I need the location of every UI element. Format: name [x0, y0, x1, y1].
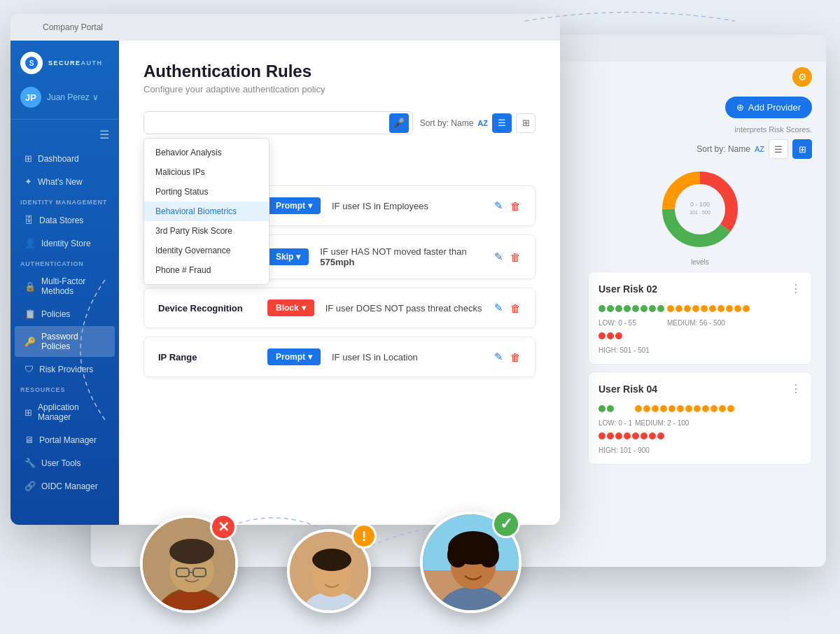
dashboard-icon: ⊞: [24, 153, 32, 164]
rule-actions-2: ✎ 🗑: [494, 302, 521, 314]
identity-section-label: IDENTITY MANAGEMENT: [10, 193, 119, 209]
risk-card-2-menu[interactable]: ⋮: [790, 382, 802, 395]
oidc-label: OIDC Manager: [41, 481, 98, 491]
grid-view-btn[interactable]: ⊞: [516, 113, 536, 133]
risk-card-1-title: User Risk 02: [598, 283, 657, 295]
sidebar-item-whats-new[interactable]: ✦ What's New: [15, 171, 115, 192]
sidebar-item-dashboard[interactable]: ⊞ Dashboard: [15, 148, 115, 169]
sidebar-item-password-policies[interactable]: 🔑 Password Policies: [15, 326, 115, 357]
app-manager-icon: ⊞: [24, 407, 32, 418]
add-provider-button[interactable]: ⊕ Add Provider: [725, 97, 812, 118]
rule-condition-3: IF user IS in Location: [332, 352, 483, 362]
rule-actions-1: ✎ 🗑: [494, 251, 521, 263]
sidebar-item-mfa[interactable]: 🔒 Multi-Factor Methods: [15, 271, 115, 302]
back-sort-text: Sort by: Name: [696, 144, 750, 154]
dashboard-label: Dashboard: [38, 154, 79, 164]
dropdown-item-3[interactable]: Behavioral Biometrics: [144, 202, 269, 221]
avatar-initials: JP: [25, 92, 36, 103]
dropdown-item-6[interactable]: Phone # Fraud: [144, 260, 269, 280]
policies-icon: 📋: [24, 309, 36, 319]
rule-action-btn-3[interactable]: Prompt ▾: [267, 348, 321, 365]
rule-row-2: Device Recognition Block ▾ IF user DOES …: [144, 288, 536, 328]
svg-text:0 - 100: 0 - 100: [690, 201, 710, 208]
sidebar-item-user-tools[interactable]: 🔧 User Tools: [15, 452, 115, 474]
sidebar-item-identity-store[interactable]: 👤 Identity Store: [15, 232, 115, 254]
identity-store-label: Identity Store: [41, 239, 91, 248]
edit-btn-2[interactable]: ✎: [494, 302, 503, 314]
sidebar-item-data-stores[interactable]: 🗄 Data Stores: [15, 209, 115, 231]
whats-new-label: What's New: [38, 177, 83, 187]
risk-card-2: User Risk 04 ⋮ LOW: 0 - 1: [588, 372, 812, 465]
secureauth-logo-svg: S: [24, 56, 38, 70]
sidebar-item-policies[interactable]: 📋 Policies: [15, 303, 115, 325]
user-avatar-1-container: ✕: [140, 515, 238, 613]
delete-btn-2[interactable]: 🗑: [510, 302, 521, 314]
dropdown-item-4[interactable]: 3rd Party Risk Score: [144, 221, 269, 241]
plus-icon: ⊕: [736, 102, 744, 113]
dropdown-menu: Behavior Analysis Malicious IPs Porting …: [144, 138, 270, 285]
svg-point-19: [312, 549, 351, 571]
user-avatar-2-container: !: [287, 529, 371, 613]
edit-btn-1[interactable]: ✎: [494, 251, 503, 263]
sidebar-item-oidc[interactable]: 🔗 OIDC Manager: [15, 475, 115, 497]
user-menu[interactable]: JP Juan Perez ∨: [10, 81, 119, 116]
dropdown-item-5[interactable]: Identity Governance: [144, 241, 269, 260]
rule-action-label-3: Prompt: [276, 352, 305, 362]
rule-action-label-0: Prompt: [276, 201, 305, 211]
app-manager-label: Application Manager: [38, 402, 105, 422]
sort-label: Sort by: Name: [420, 118, 474, 128]
sort-controls: Sort by: Name AZ ☰ ⊞: [420, 113, 536, 133]
rule-action-btn-1[interactable]: Skip ▾: [267, 248, 309, 265]
sidebar-item-app-manager[interactable]: ⊞ Application Manager: [15, 397, 115, 428]
dropdown-item-0[interactable]: Behavior Analysis: [144, 143, 269, 162]
user-tools-label: User Tools: [41, 458, 80, 468]
dropdown-item-2[interactable]: Porting Status: [144, 182, 269, 202]
grid-view-btn[interactable]: ⊞: [792, 139, 812, 159]
search-wrapper: 🎤 Behavior Analysis Malicious IPs Portin…: [144, 111, 413, 134]
delete-btn-0[interactable]: 🗑: [510, 199, 521, 212]
user-tools-icon: 🔧: [24, 458, 36, 468]
search-input[interactable]: [144, 111, 413, 134]
dropdown-arrow-0: ▾: [308, 201, 312, 211]
dropdown-arrow-3: ▾: [308, 352, 312, 362]
brand-text: SECUREAUTH: [48, 60, 103, 66]
delete-btn-3[interactable]: 🗑: [510, 351, 521, 363]
list-view-btn[interactable]: ☰: [769, 139, 788, 159]
rule-row-3: IP Range Prompt ▾ IF user IS in Location…: [144, 337, 536, 377]
rule-action-label-2: Block: [276, 303, 299, 313]
svg-point-11: [169, 539, 214, 564]
risk-card-1-menu[interactable]: ⋮: [790, 282, 802, 295]
portal-manager-label: Portal Manager: [39, 435, 97, 445]
dropdown-item-1[interactable]: Malicious IPs: [144, 162, 269, 182]
policies-label: Policies: [41, 309, 70, 319]
mic-button[interactable]: 🎤: [389, 113, 409, 133]
sort-az-icon: AZ: [755, 145, 764, 153]
list-view-btn[interactable]: ☰: [492, 113, 512, 133]
rule-action-btn-2[interactable]: Block ▾: [267, 300, 314, 316]
oidc-icon: 🔗: [24, 481, 36, 491]
donut-chart-container: 0 - 100 101 - 500: [588, 167, 812, 251]
rule-actions-0: ✎ 🗑: [494, 199, 521, 212]
rule-action-label-1: Skip: [276, 252, 293, 262]
delete-btn-1[interactable]: 🗑: [510, 251, 521, 263]
gear-icon[interactable]: ⚙: [792, 67, 812, 87]
chart-label: levels: [588, 258, 812, 266]
edit-btn-0[interactable]: ✎: [494, 199, 503, 212]
mfa-icon: 🔒: [24, 281, 36, 292]
data-stores-icon: 🗄: [24, 215, 34, 225]
sidebar-divider-1: [10, 119, 119, 120]
chevron-icon: ∨: [92, 92, 99, 102]
sidebar-collapse-btn[interactable]: ☰: [10, 122, 119, 147]
sidebar-item-risk-providers[interactable]: 🛡 Risk Providers: [15, 358, 115, 380]
password-icon: 🔑: [24, 337, 36, 347]
rule-action-btn-0[interactable]: Prompt ▾: [267, 197, 321, 214]
donut-chart: 0 - 100 101 - 500: [658, 167, 742, 251]
avatar-status-1: ✕: [210, 514, 237, 540]
hamburger-icon: ☰: [99, 128, 109, 141]
avatar-status-3: ✓: [492, 510, 520, 538]
edit-btn-3[interactable]: ✎: [494, 351, 503, 363]
svg-text:101 - 500: 101 - 500: [690, 210, 710, 215]
rule-condition-0: IF user IS in Employees: [332, 201, 483, 211]
avatar: JP: [20, 87, 41, 108]
sidebar-item-portal-manager[interactable]: 🖥 Portal Manager: [15, 429, 115, 451]
